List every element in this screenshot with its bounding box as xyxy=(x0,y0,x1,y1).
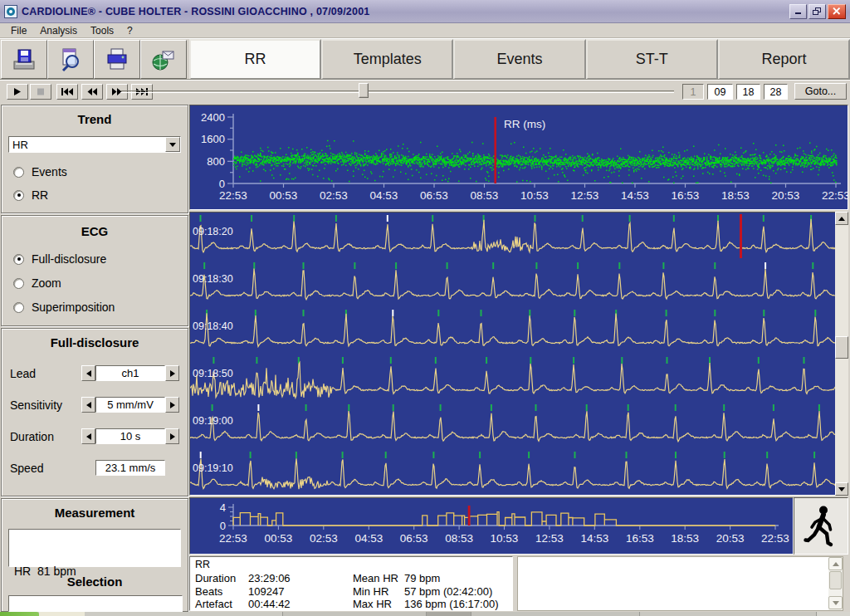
stat-row: Mean HR79 bpm xyxy=(353,572,498,585)
setting-row-sensitivity: Sensitivity5 mm/mV xyxy=(10,397,181,413)
title-bar[interactable]: CARDIOLINE® - CUBE HOLTER - ROSSINI GIOA… xyxy=(0,0,850,23)
menu-item-[interactable]: ? xyxy=(120,24,139,37)
stat-label: Beats xyxy=(195,585,248,599)
x-axis-tick: 02:53 xyxy=(320,189,348,202)
radio-zoom[interactable]: Zoom xyxy=(13,276,188,290)
spin-right-icon[interactable] xyxy=(165,428,179,444)
activity-plot: 4022:5300:5302:5304:5306:5308:5310:5312:… xyxy=(190,498,793,554)
stat-label: Artefact xyxy=(195,598,248,611)
x-axis-tick: 22:53 xyxy=(761,532,789,545)
taskbar-button[interactable] xyxy=(471,612,639,616)
rewind-button[interactable] xyxy=(81,84,103,100)
ecg-scrollbar-thumb[interactable] xyxy=(835,336,848,359)
save-button[interactable] xyxy=(1,40,47,79)
taskbar-tray[interactable] xyxy=(816,612,850,616)
spin-right-icon[interactable] xyxy=(165,397,179,413)
menu-item-analysis[interactable]: Analysis xyxy=(33,24,84,37)
radio-icon[interactable] xyxy=(13,302,24,313)
position-slider[interactable] xyxy=(120,90,674,93)
menu-item-tools[interactable]: Tools xyxy=(84,24,120,37)
trend-dropdown[interactable]: HR xyxy=(8,136,181,153)
radio-fulldisclosure[interactable]: Full-disclosure xyxy=(13,252,188,266)
radio-rr[interactable]: RR xyxy=(13,188,188,202)
radio-label: Full-disclosure xyxy=(32,252,106,266)
x-axis-tick: 14:53 xyxy=(621,189,649,202)
radio-label: Superimposition xyxy=(32,301,115,314)
y-axis-tick: 2400 xyxy=(201,111,225,124)
quick-launch[interactable] xyxy=(39,612,85,616)
ecg-strip-timestamp: 09:19:00 xyxy=(193,415,233,427)
selection-input[interactable] xyxy=(8,595,183,612)
radio-icon[interactable] xyxy=(13,167,24,178)
notes-panel[interactable] xyxy=(517,556,843,611)
setting-row-lead: Leadch1 xyxy=(10,365,181,381)
notes-scrollbar-thumb[interactable] xyxy=(829,571,842,589)
scroll-up-icon[interactable] xyxy=(828,557,843,570)
time-field-1[interactable]: 09 xyxy=(707,84,733,100)
play-button[interactable] xyxy=(7,84,28,100)
tab-report[interactable]: Report xyxy=(718,39,850,80)
navigation-row: 1091828 Goto... xyxy=(0,79,850,103)
tab-templates[interactable]: Templates xyxy=(321,39,453,80)
spin-left-icon[interactable] xyxy=(81,428,95,444)
setting-value: 23.1 mm/s xyxy=(95,460,165,476)
x-axis-tick: 22:53 xyxy=(822,189,848,202)
x-axis-tick: 10:53 xyxy=(520,189,549,202)
radio-events[interactable]: Events xyxy=(13,165,188,178)
time-field-2[interactable]: 18 xyxy=(736,84,760,100)
preview-button[interactable] xyxy=(47,40,94,79)
stat-value: 00:44:42 xyxy=(248,598,291,611)
full-disclosure-section-title: Full-disclosure xyxy=(2,335,188,350)
taskbar-button[interactable] xyxy=(426,612,471,616)
tab-rr[interactable]: RR xyxy=(189,39,321,80)
skip-start-button[interactable] xyxy=(56,84,78,100)
measurement-section: Measurement HR 81 bpm * - RR: 728 ms Sel… xyxy=(1,498,188,612)
taskbar-sliver[interactable] xyxy=(0,612,850,616)
rr-trend-chart[interactable]: 24001600800022:5300:5302:5304:5306:5308:… xyxy=(189,105,848,210)
tab-events[interactable]: Events xyxy=(453,39,585,80)
send-button[interactable] xyxy=(140,40,187,79)
setting-value: 10 s xyxy=(95,428,165,444)
preview-icon xyxy=(57,46,84,73)
time-field-3[interactable]: 28 xyxy=(764,84,788,100)
scroll-down-icon[interactable] xyxy=(835,482,848,496)
rr-summary-title: RR xyxy=(195,559,512,570)
y-axis-tick: 4 xyxy=(220,501,226,514)
x-axis-tick: 22:53 xyxy=(219,532,247,545)
stat-label: Duration xyxy=(195,572,248,585)
print-button[interactable] xyxy=(94,40,140,79)
ecg-strip-timestamp: 09:18:40 xyxy=(193,320,233,332)
setting-label: Speed xyxy=(10,462,81,475)
tab-stt[interactable]: ST-T xyxy=(586,39,718,80)
setting-label: Sensitivity xyxy=(10,398,81,412)
close-button[interactable] xyxy=(828,4,846,19)
radio-superimposition[interactable]: Superimposition xyxy=(13,301,188,314)
radio-icon[interactable] xyxy=(13,190,24,201)
menu-item-file[interactable]: File xyxy=(4,24,33,37)
radio-icon[interactable] xyxy=(13,278,24,289)
chevron-down-icon[interactable] xyxy=(165,137,180,152)
notes-scrollbar[interactable] xyxy=(828,557,843,610)
start-button[interactable] xyxy=(0,612,39,616)
stat-label: Max HR xyxy=(353,598,404,611)
measurement-readout: HR 81 bpm * - RR: 728 ms xyxy=(8,529,181,567)
time-field-0: 1 xyxy=(682,84,704,100)
slider-thumb[interactable] xyxy=(359,83,369,98)
scroll-up-icon[interactable] xyxy=(835,212,848,225)
ecg-scrollbar[interactable] xyxy=(835,212,848,496)
taskbar-button[interactable] xyxy=(639,612,816,616)
spin-right-icon[interactable] xyxy=(165,365,179,381)
radio-icon[interactable] xyxy=(13,254,24,265)
setting-label: Duration xyxy=(10,430,81,443)
scroll-down-icon[interactable] xyxy=(828,596,843,609)
stat-row: Artefact00:44:42 xyxy=(195,598,353,611)
spin-left-icon[interactable] xyxy=(81,365,95,381)
activity-trend-chart[interactable]: 4022:5300:5302:5304:5306:5308:5310:5312:… xyxy=(189,497,794,555)
stop-icon xyxy=(34,87,47,96)
restore-button[interactable] xyxy=(808,4,826,19)
spin-left-icon[interactable] xyxy=(81,397,95,413)
ecg-strips-panel[interactable]: 09:18:2009:18:3009:18:4009:18:5009:19:00… xyxy=(189,212,837,496)
taskbar-button[interactable] xyxy=(282,612,426,616)
goto-button[interactable]: Goto... xyxy=(794,83,847,100)
minimize-button[interactable] xyxy=(789,4,807,19)
